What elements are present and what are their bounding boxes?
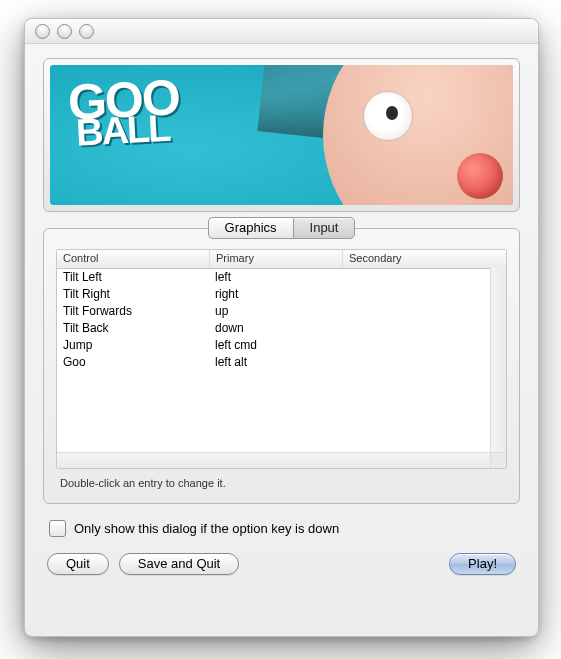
banner-frame: GOO BALL (43, 58, 520, 212)
table-header: Control Primary Secondary (57, 250, 506, 269)
col-header-secondary-label: Secondary (349, 252, 402, 264)
cell-primary: up (209, 304, 341, 318)
cell-primary: down (209, 321, 341, 335)
col-header-primary-label: Primary (216, 252, 254, 264)
cell-control: Jump (57, 338, 209, 352)
settings-panel: Graphics Input Control Primary Secondary… (43, 228, 520, 504)
table-row[interactable]: Gooleft alt (57, 353, 491, 370)
cell-primary: left alt (209, 355, 341, 369)
character-eye (363, 91, 413, 141)
cell-primary: right (209, 287, 341, 301)
play-button-label: Play! (468, 556, 497, 571)
tab-input-label: Input (310, 220, 339, 235)
character-nose (457, 153, 503, 199)
tabstrip: Graphics Input (44, 217, 519, 239)
tab-input[interactable]: Input (293, 217, 356, 239)
col-header-primary[interactable]: Primary (210, 250, 343, 268)
play-button[interactable]: Play! (449, 553, 516, 575)
cell-control: Tilt Back (57, 321, 209, 335)
quit-button-label: Quit (66, 556, 90, 571)
window: GOO BALL Graphics Input Control Primary … (24, 18, 539, 637)
table-hint: Double-click an entry to change it. (56, 469, 507, 491)
scroll-corner (490, 452, 506, 468)
cell-primary: left cmd (209, 338, 341, 352)
table-body: Tilt LeftleftTilt RightrightTilt Forward… (57, 268, 491, 468)
cell-control: Goo (57, 355, 209, 369)
table-row[interactable]: Tilt Rightright (57, 285, 491, 302)
logo-line-2: BALL (75, 111, 179, 149)
table-row[interactable]: Tilt Leftleft (57, 268, 491, 285)
minimize-window-button[interactable] (57, 24, 72, 39)
scrollbar-horizontal[interactable] (57, 452, 491, 468)
save-and-quit-button-label: Save and Quit (138, 556, 220, 571)
cell-control: Tilt Right (57, 287, 209, 301)
tab-graphics-label: Graphics (225, 220, 277, 235)
cell-control: Tilt Left (57, 270, 209, 284)
quit-button[interactable]: Quit (47, 553, 109, 575)
bindings-table: Control Primary Secondary Tilt LeftleftT… (56, 249, 507, 469)
zoom-window-button[interactable] (79, 24, 94, 39)
scrollbar-vertical[interactable] (490, 268, 506, 453)
button-row: Quit Save and Quit Play! (47, 553, 516, 575)
only-show-row: Only show this dialog if the option key … (49, 520, 514, 537)
cell-primary: left (209, 270, 341, 284)
table-row[interactable]: Jumpleft cmd (57, 336, 491, 353)
col-header-control-label: Control (63, 252, 98, 264)
tab-graphics[interactable]: Graphics (208, 217, 293, 239)
table-row[interactable]: Tilt Backdown (57, 319, 491, 336)
banner: GOO BALL (50, 65, 513, 205)
titlebar (25, 19, 538, 44)
col-header-secondary[interactable]: Secondary (343, 250, 506, 268)
save-and-quit-button[interactable]: Save and Quit (119, 553, 239, 575)
only-show-label: Only show this dialog if the option key … (74, 521, 339, 536)
cell-control: Tilt Forwards (57, 304, 209, 318)
game-logo: GOO BALL (68, 79, 179, 146)
only-show-checkbox[interactable] (49, 520, 66, 537)
col-header-control[interactable]: Control (57, 250, 210, 268)
close-window-button[interactable] (35, 24, 50, 39)
table-row[interactable]: Tilt Forwardsup (57, 302, 491, 319)
